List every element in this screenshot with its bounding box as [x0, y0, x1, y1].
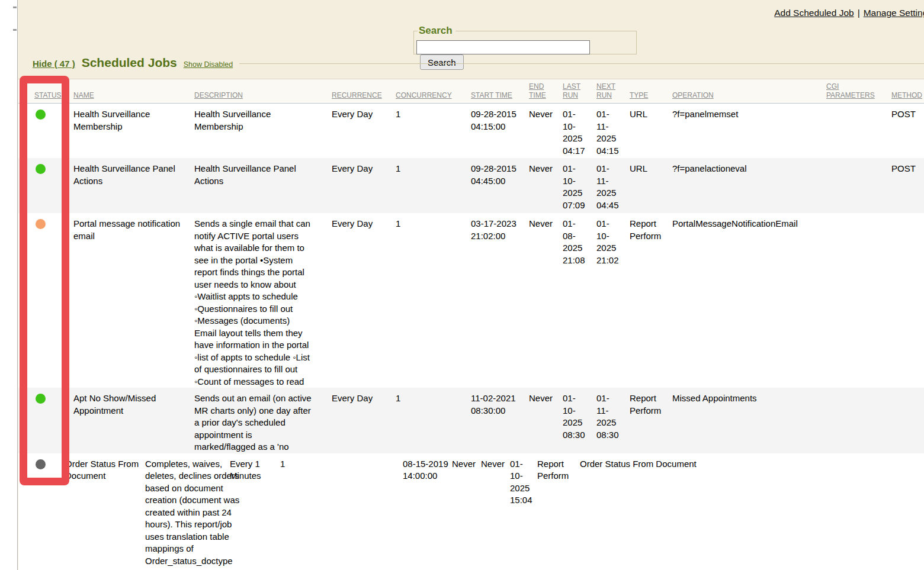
- cell-status: [34, 213, 73, 388]
- cell-cgi-parameters: [826, 388, 891, 453]
- cell-type: Report Perform: [630, 388, 672, 453]
- cell-type: URL: [630, 104, 672, 158]
- column-header-status[interactable]: STATUS: [34, 91, 73, 100]
- panel-border-line: [239, 63, 924, 64]
- column-header-concurrency[interactable]: CONCURRENCY: [396, 91, 471, 100]
- search-button[interactable]: Search: [420, 54, 464, 70]
- cell-status: [34, 388, 73, 453]
- show-disabled-link[interactable]: Show Disabled: [184, 60, 233, 69]
- status-dot[interactable]: [36, 219, 46, 229]
- cell-recurrence: Every Day: [332, 158, 396, 213]
- cell-start-time: 11-02-2021 08:30:00: [471, 388, 529, 453]
- column-header-recurrence[interactable]: RECURRENCE: [332, 91, 396, 100]
- cell-recurrence: Every Day: [332, 104, 396, 158]
- column-header-name[interactable]: NAME: [73, 91, 194, 100]
- cell-last-run: 01-10-2025 07:09: [563, 158, 596, 213]
- cell-end-time: Never: [529, 104, 563, 158]
- manage-settings-link[interactable]: Manage Settings: [864, 8, 924, 18]
- column-header-last-run[interactable]: LAST RUN: [563, 82, 596, 100]
- cell-next-run: 01-11-2025 04:15: [596, 104, 630, 158]
- cell-recurrence: Every 1 Minutes: [230, 453, 280, 570]
- cell-description: Sends out an email (on active MR charts …: [194, 388, 332, 453]
- cell-concurrency: 1: [280, 453, 403, 570]
- cell-concurrency: 1: [396, 104, 471, 158]
- column-header-end-time[interactable]: END TIME: [529, 82, 563, 100]
- cell-type: Report Perform: [630, 213, 672, 388]
- table-row: Portal message notification emailSends a…: [18, 213, 924, 388]
- cell-name: Health Surveillance Membership: [73, 104, 194, 158]
- cell-operation: Order Status From Document: [580, 453, 924, 570]
- hide-count-link[interactable]: Hide ( 47 ): [33, 59, 75, 69]
- cell-recurrence: Every Day: [332, 388, 396, 453]
- cell-method: [891, 388, 924, 453]
- status-dot[interactable]: [36, 164, 46, 174]
- table-row: Order Status From DocumentCompletes, wai…: [18, 453, 924, 570]
- cell-recurrence: Every Day: [332, 213, 396, 388]
- cell-concurrency: 1: [396, 213, 471, 388]
- cell-name: Order Status From Document: [65, 453, 145, 570]
- cell-status: [34, 453, 65, 570]
- cell-operation: PortalMessageNotificationEmail: [672, 213, 826, 388]
- search-input[interactable]: [416, 40, 590, 54]
- cell-name: Portal message notification email: [73, 213, 194, 388]
- cell-next-run: 01-11-2025 08:30: [596, 388, 630, 453]
- cell-end-time: Never: [452, 453, 481, 570]
- cell-name: Health Surveillance Panel Actions: [73, 158, 194, 213]
- add-scheduled-job-link[interactable]: Add Scheduled Job: [774, 8, 854, 18]
- table-row: Apt No Show/Missed AppointmentSends out …: [18, 388, 924, 453]
- column-header-cgi-parameters[interactable]: CGI PARAMETERS: [826, 82, 891, 100]
- table-row: Health Surveillance Panel ActionsHealth …: [18, 158, 924, 213]
- cell-concurrency: 1: [396, 158, 471, 213]
- column-header-method[interactable]: METHOD: [891, 91, 924, 100]
- search-legend: Search: [418, 25, 455, 37]
- cell-end-time: Never: [529, 158, 563, 213]
- column-header-description[interactable]: DESCRIPTION: [194, 91, 332, 100]
- cell-description: Health Surveillance Membership: [194, 104, 332, 158]
- cell-last-run: Never: [481, 453, 510, 570]
- cell-cgi-parameters: [826, 104, 891, 158]
- column-header-next-run[interactable]: NEXT RUN: [596, 82, 630, 100]
- panel-heading: Hide ( 47 ) Scheduled Jobs Show Disabled: [33, 56, 233, 70]
- cell-description: Health Surveillance Panel Actions: [194, 158, 332, 213]
- scheduled-jobs-table: STATUS NAME DESCRIPTION RECURRENCE CONCU…: [18, 79, 924, 570]
- link-separator: |: [858, 8, 860, 18]
- status-dot[interactable]: [36, 394, 46, 404]
- column-header-type[interactable]: TYPE: [630, 91, 672, 100]
- cell-method: [891, 213, 924, 388]
- cell-last-run: 01-10-2025 08:30: [563, 388, 596, 453]
- cell-description: Completes, waives, deletes, declines ord…: [145, 453, 230, 570]
- table-header-row: STATUS NAME DESCRIPTION RECURRENCE CONCU…: [18, 79, 924, 104]
- cell-operation: ?f=panelactioneval: [672, 158, 826, 213]
- cell-last-run: 01-10-2025 04:17: [563, 104, 596, 158]
- status-dot[interactable]: [36, 110, 46, 120]
- scrollbar-tick: [13, 7, 17, 8]
- cell-next-run: 01-10-2025 21:02: [596, 213, 630, 388]
- cell-cgi-parameters: [826, 213, 891, 388]
- column-header-start-time[interactable]: START TIME: [471, 91, 529, 100]
- cell-status: [34, 158, 73, 213]
- table-row: Health Surveillance MembershipHealth Sur…: [18, 104, 924, 158]
- cell-type: Report Perform: [537, 453, 580, 570]
- cell-start-time: 09-28-2015 04:45:00: [471, 158, 529, 213]
- left-scrollbar-strip[interactable]: [0, 0, 18, 570]
- cell-description: Sends a single email that can notify ACT…: [194, 213, 332, 388]
- cell-concurrency: 1: [396, 388, 471, 453]
- page-title: Scheduled Jobs: [82, 56, 177, 70]
- cell-start-time: 09-28-2015 04:15:00: [471, 104, 529, 158]
- cell-next-run: 01-11-2025 04:45: [596, 158, 630, 213]
- cell-start-time: 03-17-2023 21:02:00: [471, 213, 529, 388]
- table-body: Health Surveillance MembershipHealth Sur…: [18, 104, 924, 570]
- cell-name: Apt No Show/Missed Appointment: [73, 388, 194, 453]
- scrollbar-tick: [13, 29, 17, 31]
- cell-operation: Missed Appointments: [672, 388, 826, 453]
- cell-start-time: 08-15-2019 14:00:00: [403, 453, 452, 570]
- status-dot[interactable]: [36, 459, 46, 469]
- column-header-operation[interactable]: OPERATION: [672, 91, 826, 100]
- cell-last-run: 01-08-2025 21:08: [563, 213, 596, 388]
- cell-method: POST: [891, 104, 924, 158]
- cell-next-run: 01-10-2025 15:04: [510, 453, 537, 570]
- cell-status: [34, 104, 73, 158]
- cell-type: URL: [630, 158, 672, 213]
- cell-method: POST: [891, 158, 924, 213]
- cell-end-time: Never: [529, 388, 563, 453]
